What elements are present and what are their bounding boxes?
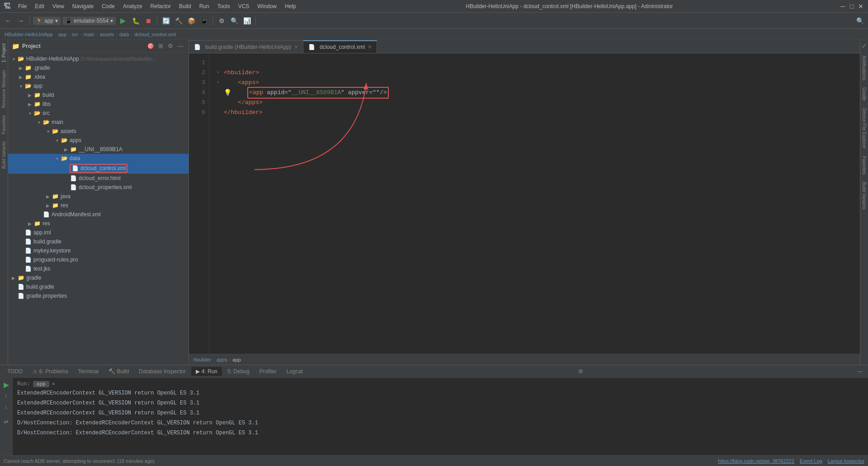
tree-apps[interactable]: ▾ 📂 apps [8, 136, 189, 145]
menu-edit[interactable]: Edit [31, 2, 48, 11]
tab-dcloud-control[interactable]: 📄 dcloud_control.xml ✕ [303, 40, 377, 53]
fold-4[interactable] [217, 88, 222, 98]
breadcrumb-src[interactable]: src [72, 32, 79, 37]
fold-1[interactable] [217, 58, 222, 68]
run-scroll-down-button[interactable]: ↓ [1, 401, 11, 411]
tab-terminal[interactable]: Terminal [74, 367, 103, 376]
breadcrumb-app[interactable]: app [58, 32, 66, 37]
sidebar-item-build-variants[interactable]: Build Variants [0, 138, 7, 172]
breadcrumb-file[interactable]: dcloud_control.xml [134, 32, 176, 37]
panel-expand-button[interactable]: ⊞ [156, 42, 165, 51]
tab-todo[interactable]: TODO [3, 367, 27, 376]
close-button[interactable]: ✕ [857, 3, 864, 10]
settings-button[interactable]: ⚙ [216, 15, 227, 26]
build-button[interactable]: 🔨 [173, 15, 184, 26]
code-area[interactable]: ▾ <hbuilder> ▾ <apps> 💡 [209, 53, 860, 354]
sidebar-item-project[interactable]: 1: Project [0, 40, 7, 66]
run-config-selector[interactable]: 🏃 app ▾ [33, 17, 61, 25]
tree-assets[interactable]: ▾ 📂 assets [8, 127, 189, 136]
tab-run[interactable]: ▶ 4: Run [191, 367, 222, 376]
minimize-button[interactable]: ─ [839, 3, 846, 10]
run-wrap-button[interactable]: ⇌ [1, 417, 11, 427]
menu-analyze[interactable]: Analyze [119, 2, 146, 11]
fold-6[interactable] [217, 108, 222, 118]
tab-build[interactable]: 🔨 Build [104, 367, 133, 376]
tree-gradle-folder[interactable]: ▶ 📁 gradle [8, 273, 189, 282]
search-everywhere-button[interactable]: 🔍 [854, 15, 865, 26]
device-selector[interactable]: 📱 emulator-5554 ▾ [62, 17, 116, 25]
tree-keystore[interactable]: 📄 mykey.keystore [8, 246, 189, 255]
sidebar-item-device-file-explorer[interactable]: Device File Explorer [861, 105, 868, 152]
sidebar-item-gradle[interactable]: Gradle [861, 84, 868, 105]
tab-debug[interactable]: 5: Debug [223, 367, 254, 376]
breadcrumb-data[interactable]: data [119, 32, 129, 37]
tab-profiler[interactable]: Profiler [255, 367, 281, 376]
build-gradle-tab-close[interactable]: ✕ [294, 44, 298, 50]
editor-status-app[interactable]: app [232, 357, 241, 362]
sync-button[interactable]: 🔄 [160, 15, 171, 26]
menu-code[interactable]: Code [98, 2, 118, 11]
tab-logcat[interactable]: Logcat [282, 367, 307, 376]
fold-2[interactable]: ▾ [217, 68, 222, 78]
layout-inspector-link[interactable]: Layout Inspector [828, 458, 864, 464]
menu-tools[interactable]: Tools [214, 2, 234, 11]
breadcrumb-project[interactable]: HBuilder-HelloUniApp [5, 32, 53, 37]
avd-manager-button[interactable]: 📱 [198, 15, 209, 26]
tree-root-build-gradle[interactable]: 📄 build.gradle [8, 282, 189, 291]
tree-gradle-properties[interactable]: 📄 gradle.properties [8, 291, 189, 300]
tree-app-res[interactable]: ▶ 📁 res [8, 219, 189, 228]
sidebar-item-build-variants-right[interactable]: Build Variants [861, 178, 868, 213]
sdk-manager-button[interactable]: 📦 [186, 15, 197, 26]
sidebar-item-favorites[interactable]: Favorites [0, 112, 7, 138]
tab-build-gradle[interactable]: 📄 build.gradle (HBuilder-HelloUniApp) ✕ [189, 40, 303, 53]
tree-dcloud-properties[interactable]: 📄 dcloud_properties.xml [8, 183, 189, 192]
bottom-panel-settings-button[interactable]: ⚙ [576, 367, 586, 376]
fold-3[interactable]: ▾ [217, 78, 222, 88]
menu-vcs[interactable]: VCS [235, 2, 253, 11]
tree-build[interactable]: ▶ 📁 build [8, 90, 189, 100]
event-log-link[interactable]: Event Log [800, 458, 822, 464]
tree-app[interactable]: ▾ 📂 app [8, 81, 189, 90]
tree-testjks[interactable]: 📄 test.jks [8, 264, 189, 273]
stop-button[interactable]: ⏹ [143, 15, 154, 26]
tree-libs[interactable]: ▶ 📁 libs [8, 100, 189, 109]
layout-inspector-button[interactable]: 🔍 [229, 15, 240, 26]
tree-main[interactable]: ▾ 📂 main [8, 118, 189, 127]
tree-dcloud-error[interactable]: 📄 dcloud_error.html [8, 174, 189, 183]
back-button[interactable]: ← [3, 15, 14, 26]
tree-data-folder[interactable]: ▾ 📂 data [8, 154, 189, 163]
run-button[interactable]: ▶ [118, 15, 128, 26]
breadcrumb-main[interactable]: main [84, 32, 94, 37]
bottom-panel-minimize-button[interactable]: — [854, 367, 865, 376]
debug-button[interactable]: 🐛 [130, 15, 141, 26]
tree-idea[interactable]: ▶ 📁 .idea [8, 72, 189, 81]
menu-file[interactable]: File [14, 2, 30, 11]
tree-manifest[interactable]: 📄 AndroidManifest.xml [8, 210, 189, 219]
menu-help[interactable]: Help [281, 2, 300, 11]
status-url[interactable]: https://blog.csdn.net/qq_38762221 [718, 458, 794, 464]
menu-refactor[interactable]: Refactor [147, 2, 175, 11]
tree-app-build-gradle[interactable]: 📄 build.gradle [8, 237, 189, 246]
tree-uni[interactable]: ▶ 📁 __UNI__8569B1A [8, 145, 189, 154]
run-close-tab[interactable]: ✕ [52, 380, 55, 387]
run-scroll-up-button[interactable]: ↑ [1, 390, 11, 400]
profiler-button[interactable]: 📊 [241, 15, 252, 26]
panel-settings-button[interactable]: ⚙ [166, 42, 175, 51]
menu-run[interactable]: Run [196, 2, 213, 11]
dcloud-tab-close[interactable]: ✕ [368, 44, 372, 50]
panel-locate-button[interactable]: 🎯 [146, 42, 155, 51]
panel-minimize-button[interactable]: — [176, 42, 185, 51]
tree-res-main[interactable]: ▶ 📁 res [8, 201, 189, 210]
breadcrumb-assets[interactable]: assets [100, 32, 114, 37]
forward-button[interactable]: → [15, 15, 26, 26]
tree-gradle-hidden[interactable]: ▶ 📁 .gradle [8, 63, 189, 72]
tab-problems[interactable]: ⚠ 6: Problems [28, 367, 72, 376]
sidebar-item-resource-manager[interactable]: Resource Manager [0, 66, 7, 112]
sidebar-item-notifications[interactable]: Notifications [861, 52, 868, 84]
tree-root[interactable]: ▾ 📂 HBuilder-HelloUniApp D:\Workspace\An… [8, 54, 189, 63]
maximize-button[interactable]: □ [848, 3, 855, 10]
sidebar-item-favorites-right[interactable]: Favorites [861, 152, 868, 178]
menu-window[interactable]: Window [254, 2, 280, 11]
tree-proguard[interactable]: 📄 proguard-rules.pro [8, 255, 189, 264]
menu-view[interactable]: View [49, 2, 68, 11]
